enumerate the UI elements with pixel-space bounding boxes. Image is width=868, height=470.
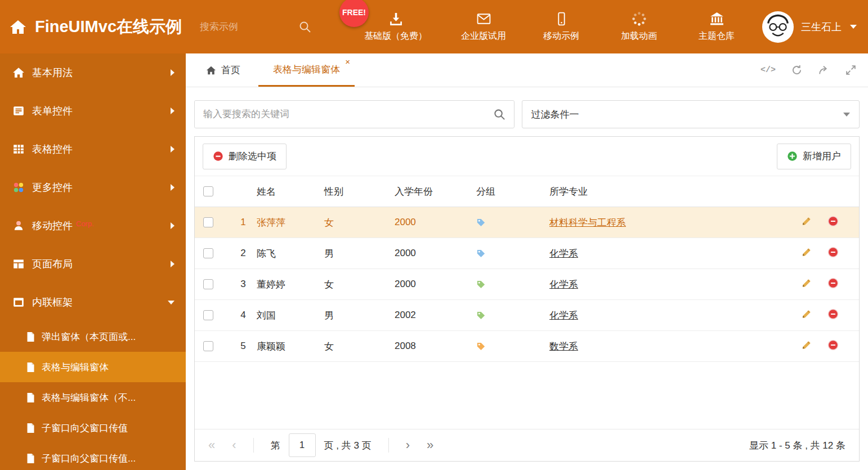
column-header-major[interactable]: 所学专业 (549, 185, 796, 198)
free-badge: FREE! (339, 0, 369, 27)
nav-mobile-demo[interactable]: 移动示例 (534, 11, 588, 42)
source-code-icon[interactable]: </> (760, 65, 776, 75)
row-checkbox[interactable] (203, 341, 213, 351)
nav-basic-edition[interactable]: FREE! 基础版（免费） (359, 11, 433, 42)
sidebar-item-mobile-controls[interactable]: 移动控件 Corp. (0, 207, 186, 245)
column-header-group[interactable]: 分组 (476, 185, 549, 198)
chevron-down-icon (850, 25, 857, 29)
sidebar-subitem-child-to-parent-2[interactable]: 子窗口向父窗口传值... (0, 443, 186, 470)
previous-page-icon[interactable]: ‹ (232, 439, 236, 451)
sidebar-subitem-popup-window[interactable]: 弹出窗体（本页面或... (0, 321, 186, 352)
mobile-icon (554, 11, 569, 26)
header-search-input[interactable] (200, 21, 293, 33)
table-row[interactable]: 2 陈飞 男 2000 化学系 (195, 238, 859, 269)
last-page-icon[interactable]: » (427, 439, 433, 451)
filter-dropdown-value: 过滤条件一 (531, 108, 579, 121)
sidebar-item-iframe[interactable]: 内联框架 (0, 283, 186, 321)
user-menu[interactable]: 三生石上 (762, 11, 857, 43)
tab-grid-edit-window[interactable]: 表格与编辑窗体 × (258, 53, 355, 87)
row-checkbox[interactable] (203, 248, 213, 258)
row-checkbox[interactable] (203, 217, 213, 227)
major-link[interactable]: 化学系 (549, 248, 578, 259)
file-icon (26, 392, 35, 403)
row-checkbox[interactable] (203, 310, 213, 320)
next-page-icon[interactable]: › (406, 439, 410, 451)
table-row[interactable]: 3 董婷婷 女 2000 化学系 (195, 269, 859, 300)
major-link[interactable]: 材料科学与工程系 (549, 217, 626, 228)
chevron-down-icon (843, 113, 850, 117)
select-all-checkbox[interactable] (203, 186, 213, 196)
table-header-row: 姓名 性别 入学年份 分组 所学专业 (195, 176, 859, 207)
delete-icon[interactable] (827, 308, 839, 323)
tab-home[interactable]: 首页 (197, 53, 249, 87)
pagination-bar: « ‹ 第 页 , 共 3 页 › » 显示 1 - 5 条 , 共 12 条 (195, 429, 859, 461)
edit-icon[interactable] (801, 277, 812, 291)
sidebar-item-more-controls[interactable]: 更多控件 (0, 168, 186, 207)
table-row[interactable]: 5 康颖颖 女 2008 数学系 (195, 331, 859, 362)
file-icon (26, 453, 35, 464)
file-icon (26, 362, 35, 373)
sidebar-item-grid-controls[interactable]: 表格控件 (0, 130, 186, 168)
sidebar-item-basic-usage[interactable]: 基本用法 (0, 53, 186, 92)
close-icon[interactable]: × (345, 57, 350, 66)
nav-label: 企业版试用 (461, 30, 506, 42)
edit-icon[interactable] (801, 216, 812, 229)
user-avatar[interactable] (762, 11, 794, 43)
share-icon[interactable] (818, 64, 830, 76)
edit-icon[interactable] (801, 308, 812, 322)
add-user-button[interactable]: 新增用户 (777, 144, 851, 169)
sidebar-subitem-child-to-parent[interactable]: 子窗口向父窗口传值 (0, 413, 186, 443)
sidebar-item-page-layout[interactable]: 页面布局 (0, 245, 186, 283)
main-content: 首页 表格与编辑窗体 × </> 过滤条件一 (186, 53, 868, 470)
divider (388, 438, 389, 453)
keyword-search-input[interactable] (195, 101, 514, 128)
nav-enterprise-trial[interactable]: 企业版试用 (457, 11, 511, 42)
filter-row: 过滤条件一 (194, 100, 860, 128)
chevron-right-icon (171, 184, 175, 191)
file-icon (26, 332, 35, 342)
bank-icon (709, 11, 724, 26)
delete-selected-button[interactable]: 删除选中项 (203, 144, 287, 169)
delete-icon[interactable] (827, 339, 839, 353)
sidebar-item-form-controls[interactable]: 表单控件 (0, 92, 186, 130)
sidebar-submenu: 弹出窗体（本页面或... 表格与编辑窗体 表格与编辑窗体（不... 子窗口向父窗… (0, 321, 186, 470)
nav-theme-store[interactable]: 主题仓库 (690, 11, 744, 42)
column-header-year[interactable]: 入学年份 (395, 185, 476, 198)
major-link[interactable]: 数学系 (549, 341, 578, 352)
edit-icon[interactable] (801, 339, 812, 353)
sidebar: 基本用法 表单控件 表格控件 更多控件 移动控件 Corp. 页面布局 内联框架… (0, 53, 186, 470)
top-nav: FREE! 基础版（免费） 企业版试用 移动示例 加载动画 主题仓库 (359, 11, 744, 42)
delete-icon[interactable] (827, 247, 839, 261)
column-header-gender[interactable]: 性别 (324, 185, 395, 198)
page-input[interactable] (289, 433, 316, 457)
table-empty-space (195, 362, 859, 429)
filter-dropdown[interactable]: 过滤条件一 (522, 100, 860, 128)
refresh-icon[interactable] (791, 64, 803, 76)
table-row[interactable]: 1 张萍萍 女 2000 材料科学与工程系 (195, 207, 859, 238)
edit-icon[interactable] (801, 247, 812, 260)
layout-icon (12, 258, 25, 270)
colorful-dots-icon (12, 181, 25, 194)
top-header: FineUIMvc在线示例 FREE! 基础版（免费） 企业版试用 移动示例 加… (0, 0, 868, 53)
row-checkbox[interactable] (203, 279, 213, 289)
delete-icon[interactable] (827, 277, 839, 292)
nav-label: 主题仓库 (699, 30, 735, 42)
spinner-icon (632, 11, 647, 26)
file-icon (26, 423, 35, 433)
sidebar-subitem-grid-edit-window-2[interactable]: 表格与编辑窗体（不... (0, 382, 186, 413)
first-page-icon[interactable]: « (208, 439, 215, 451)
nav-loading-animation[interactable]: 加载动画 (612, 11, 666, 42)
major-link[interactable]: 化学系 (549, 310, 578, 321)
delete-icon[interactable] (827, 216, 839, 230)
major-link[interactable]: 化学系 (549, 279, 578, 290)
search-icon[interactable] (298, 20, 312, 34)
chevron-right-icon (171, 222, 175, 229)
home-icon (206, 65, 216, 75)
sidebar-subitem-grid-edit-window[interactable]: 表格与编辑窗体 (0, 352, 186, 382)
column-header-name[interactable]: 姓名 (257, 185, 324, 198)
table-row[interactable]: 4 刘国 男 2002 化学系 (195, 300, 859, 331)
brand[interactable]: FineUIMvc在线示例 (9, 16, 182, 38)
expand-icon[interactable] (845, 64, 857, 76)
keyword-search (194, 100, 514, 128)
search-icon[interactable] (493, 108, 506, 121)
